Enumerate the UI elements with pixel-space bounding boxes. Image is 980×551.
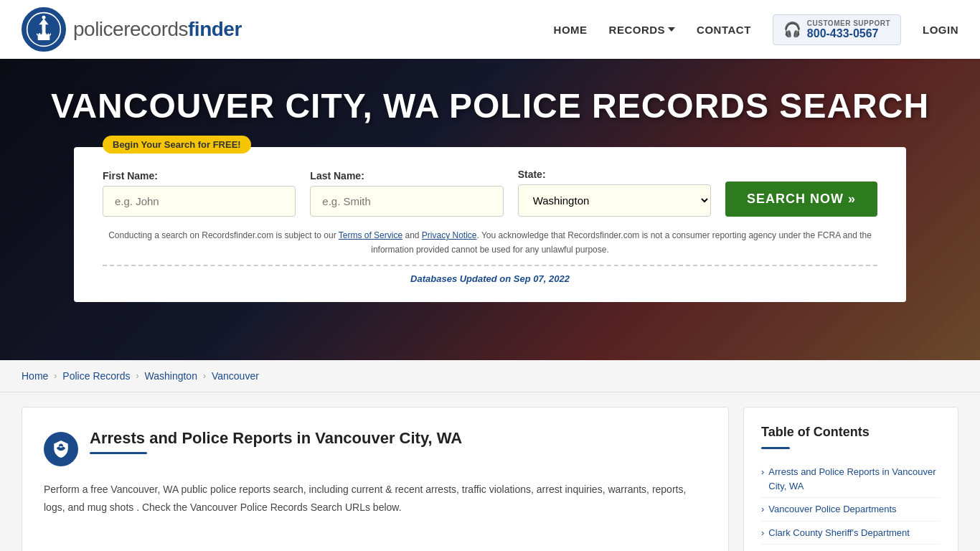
- toc-link[interactable]: Arrests and Police Reports in Vancouver …: [768, 465, 941, 493]
- toc-item: › Vancouver Police Departments: [761, 498, 941, 522]
- toc-arrow-icon: ›: [761, 466, 764, 477]
- first-name-label: First Name:: [103, 170, 296, 182]
- breadcrumb-sep-2: ›: [136, 371, 139, 381]
- logo-area: policerecordsfinder: [22, 7, 242, 52]
- toc-arrow-icon: ›: [761, 504, 764, 514]
- chevron-down-icon: [668, 27, 675, 32]
- first-name-input[interactable]: [103, 186, 296, 217]
- db-updated: Databases Updated on Sep 07, 2022: [103, 265, 877, 284]
- toc-title: Table of Contents: [761, 425, 941, 440]
- toc-list: › Arrests and Police Reports in Vancouve…: [761, 461, 941, 545]
- nav-records[interactable]: RECORDS: [609, 24, 676, 36]
- support-label: CUSTOMER SUPPORT: [807, 19, 890, 27]
- logo-text: policerecordsfinder: [73, 18, 242, 41]
- svg-rect-7: [40, 29, 42, 34]
- db-updated-date: Sep 07, 2022: [514, 273, 570, 284]
- logo-icon: [22, 7, 66, 52]
- sidebar: Table of Contents › Arrests and Police R…: [743, 407, 958, 551]
- support-number: 800-433-0567: [807, 27, 890, 40]
- search-container: Begin Your Search for FREE! First Name: …: [74, 147, 906, 302]
- breadcrumb-washington[interactable]: Washington: [145, 370, 197, 382]
- site-header: policerecordsfinder HOME RECORDS CONTACT…: [0, 0, 980, 59]
- badge-icon: [44, 432, 78, 466]
- headset-icon: 🎧: [783, 21, 801, 38]
- content-area: Arrests and Police Reports in Vancouver …: [0, 392, 980, 551]
- nav-home[interactable]: HOME: [554, 24, 588, 36]
- article-title: Arrests and Police Reports in Vancouver …: [90, 429, 462, 448]
- svg-rect-6: [37, 29, 39, 34]
- svg-rect-9: [49, 29, 51, 34]
- breadcrumb-sep-1: ›: [54, 371, 57, 381]
- breadcrumb-sep-3: ›: [203, 371, 206, 381]
- breadcrumb-current: Vancouver: [212, 370, 259, 382]
- support-box[interactable]: 🎧 CUSTOMER SUPPORT 800-433-0567: [773, 14, 901, 45]
- toc-item: › Clark County Sheriff's Department: [761, 522, 941, 545]
- toc-link[interactable]: Clark County Sheriff's Department: [768, 526, 910, 540]
- state-select[interactable]: Washington: [518, 184, 711, 217]
- search-button[interactable]: SEARCH NOW »: [725, 182, 877, 217]
- last-name-group: Last Name:: [310, 170, 503, 217]
- last-name-label: Last Name:: [310, 170, 503, 182]
- free-badge: Begin Your Search for FREE!: [103, 136, 251, 154]
- terms-link[interactable]: Terms of Service: [339, 230, 402, 240]
- search-fields: First Name: Last Name: State: Washington…: [103, 169, 877, 217]
- breadcrumb: Home › Police Records › Washington › Van…: [0, 360, 980, 392]
- article-title-underline: [90, 452, 147, 454]
- disclaimer-text: Conducting a search on Recordsfinder.com…: [103, 228, 877, 258]
- svg-rect-8: [46, 29, 48, 34]
- privacy-link[interactable]: Privacy Notice: [422, 230, 477, 240]
- state-group: State: Washington: [518, 169, 711, 217]
- main-nav: HOME RECORDS CONTACT 🎧 CUSTOMER SUPPORT …: [554, 14, 958, 45]
- svg-rect-3: [42, 24, 46, 33]
- article-header: Arrests and Police Reports in Vancouver …: [44, 429, 707, 466]
- toc-item: › Arrests and Police Reports in Vancouve…: [761, 461, 941, 498]
- first-name-group: First Name:: [103, 170, 296, 217]
- breadcrumb-home[interactable]: Home: [22, 370, 48, 382]
- toc-underline: [761, 447, 790, 449]
- last-name-input[interactable]: [310, 186, 503, 217]
- toc-arrow-icon: ›: [761, 527, 764, 538]
- breadcrumb-police-records[interactable]: Police Records: [62, 370, 130, 382]
- toc-link[interactable]: Vancouver Police Departments: [768, 502, 896, 517]
- state-label: State:: [518, 169, 711, 180]
- svg-point-5: [42, 16, 46, 19]
- nav-login[interactable]: LOGIN: [923, 24, 958, 36]
- article-body: Perform a free Vancouver, WA public poli…: [44, 481, 707, 517]
- main-content: Arrests and Police Reports in Vancouver …: [22, 407, 729, 551]
- hero-title: VANCOUVER CITY, WA POLICE RECORDS SEARCH: [51, 88, 929, 126]
- hero-section: VANCOUVER CITY, WA POLICE RECORDS SEARCH…: [0, 59, 980, 360]
- nav-contact[interactable]: CONTACT: [697, 24, 751, 36]
